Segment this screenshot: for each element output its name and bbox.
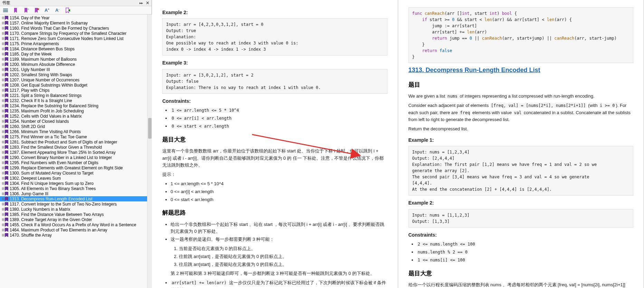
expand-icon[interactable]: ⊞	[1, 93, 5, 97]
expand-all-icon[interactable]	[3, 8, 8, 13]
bookmark-item[interactable]: ⊞1207. Unique Number of Occurrences	[0, 77, 152, 82]
expand-icon[interactable]: ⊞	[1, 88, 5, 92]
bookmark-item[interactable]: ⊞1254. Number of Closed Islands	[0, 119, 152, 124]
bookmark-item[interactable]: ⊞1221. Split a String in Balanced String…	[0, 93, 152, 98]
bookmark-item[interactable]: ⊞1464. Maximum Product of Two Elements i…	[0, 227, 152, 232]
expand-icon[interactable]: ⊞	[1, 150, 5, 154]
expand-icon[interactable]: ⊞	[1, 145, 5, 149]
bookmark-item[interactable]: ⊞1232. Check If It Is a Straight Line	[0, 98, 152, 103]
bookmark-item[interactable]: ⊞1202. Smallest String With Swaps	[0, 72, 152, 77]
expand-icon[interactable]: ⊞	[1, 166, 5, 170]
bookmark-item[interactable]: ⊞1470. Shuffle the Array	[0, 232, 152, 238]
bookmark-item[interactable]: ⊞1260. Shift 2D Grid	[0, 124, 152, 129]
bookmark-label: 1202. Smallest String With Swaps	[10, 72, 72, 77]
expand-icon[interactable]: ⊞	[1, 187, 5, 190]
bookmark-item[interactable]: ⊞1455. Check If a Word Occurs As a Prefi…	[0, 222, 152, 227]
bookmark-item[interactable]: ⊞1184. Distance Between Bus Stops	[0, 46, 152, 51]
bookmark-item[interactable]: ⊞1317. Convert Integer to the Sum of Two…	[0, 201, 152, 207]
expand-icon[interactable]: ⊞	[1, 119, 5, 123]
bookmark-item[interactable]: ⊞1266. Minimum Time Visiting All Points	[0, 129, 152, 134]
sidebar-close-icon[interactable]: ✕	[146, 0, 150, 6]
bookmark-item[interactable]: ⊞1300. Sum of Mutated Array Closest to T…	[0, 170, 152, 176]
bookmark-item[interactable]: ⊞1287. Element Appearing More Than 25% I…	[0, 150, 152, 155]
expand-icon[interactable]: ⊞	[1, 114, 5, 118]
bookmark-item[interactable]: ⊞1290. Convert Binary Number in a Linked…	[0, 155, 152, 160]
bookmark-item[interactable]: ⊞1299. Replace Elements with Greatest El…	[0, 165, 152, 170]
expand-icon[interactable]: ⊞	[1, 31, 5, 35]
expand-icon[interactable]: ⊞	[1, 26, 5, 30]
expand-icon[interactable]: ⊞	[1, 57, 5, 61]
expand-icon[interactable]: ⊞	[1, 140, 5, 144]
expand-icon[interactable]: ⊞	[1, 181, 5, 185]
expand-icon[interactable]: ⊞	[1, 52, 5, 56]
expand-icon[interactable]: ⊞	[1, 99, 5, 102]
new-bookmark-icon[interactable]: +	[23, 8, 29, 13]
bookmark-item[interactable]: ⊞1306. Jump Game III	[0, 191, 152, 196]
expand-icon[interactable]: ⊞	[1, 83, 5, 87]
expand-icon[interactable]: ⊞	[1, 78, 5, 82]
bookmark-item[interactable]: ⊞1302. Deepest Leaves Sum	[0, 176, 152, 181]
bookmark-tool-icon[interactable]	[13, 8, 19, 13]
goto-bookmark-icon[interactable]	[65, 8, 70, 13]
problem-link[interactable]: 1313. Decompress Run-Length Encoded List	[408, 65, 634, 75]
expand-icon[interactable]: ⊞	[1, 125, 5, 128]
bookmark-item[interactable]: ⊞1281. Subtract the Product and Sum of D…	[0, 139, 152, 145]
bookmark-item[interactable]: ⊞1275. Find Winner on a Tic Tac Toe Game	[0, 134, 152, 139]
sidebar-scrollbar-thumb[interactable]	[148, 118, 152, 139]
expand-icon[interactable]: ⊞	[1, 68, 5, 71]
expand-icon[interactable]: ⊞	[1, 47, 5, 51]
bookmark-item[interactable]: ⊞1201. Ugly Number III	[0, 67, 152, 72]
expand-icon[interactable]: ⊞	[1, 161, 5, 165]
font-decrease-icon[interactable]: A-	[55, 8, 60, 13]
expand-icon[interactable]: ⊞	[1, 62, 5, 66]
expand-icon[interactable]: ⊞	[1, 176, 5, 180]
expand-icon[interactable]: ⊞	[1, 16, 5, 20]
expand-icon[interactable]: ⊞	[1, 207, 5, 211]
bookmark-item[interactable]: ⊞1170. Compare Strings by Frequency of t…	[0, 31, 152, 36]
sidebar-collapse-icon[interactable]: ▸▸	[140, 1, 143, 5]
bookmark-item[interactable]: ⊞1208. Get Equal Substrings Within Budge…	[0, 82, 152, 88]
bookmark-item[interactable]: ⊞1154. Day of the Year	[0, 15, 152, 20]
expand-icon[interactable]: ⊞	[1, 109, 5, 113]
expand-icon[interactable]: ⊞	[1, 73, 5, 77]
bookmark-item[interactable]: ⊞1313. Decompress Run-Length Encoded Lis…	[0, 196, 152, 201]
bookmark-item[interactable]: ⊞1157. Online Majority Element In Subarr…	[0, 20, 152, 26]
expand-icon[interactable]: ⊞	[1, 228, 5, 232]
bookmark-item[interactable]: ⊞1189. Maximum Number of Balloons	[0, 57, 152, 62]
expand-icon[interactable]: ⊞	[1, 156, 5, 159]
delete-bookmark-icon[interactable]	[34, 8, 39, 13]
expand-icon[interactable]: ⊞	[1, 21, 5, 25]
expand-icon[interactable]: ⊞	[1, 202, 5, 206]
sidebar-scrollbar[interactable]	[147, 14, 152, 288]
font-increase-icon[interactable]: A+	[44, 8, 50, 13]
bookmark-item[interactable]: ⊞1305. All Elements in Two Binary Search…	[0, 186, 152, 191]
expand-icon[interactable]: ⊞	[1, 104, 5, 108]
expand-icon[interactable]: ⊞	[1, 192, 5, 196]
expand-icon[interactable]: ⊞	[1, 171, 5, 175]
expand-icon[interactable]: ⊞	[1, 42, 5, 46]
bookmark-list[interactable]: ⊞1154. Day of the Year⊞1157. Online Majo…	[0, 14, 152, 288]
bookmark-item[interactable]: ⊞1217. Play with Chips	[0, 88, 152, 93]
bookmark-item[interactable]: ⊞1175. Prime Arrangements	[0, 41, 152, 46]
expand-icon[interactable]: ⊞	[1, 233, 5, 237]
bookmark-item[interactable]: ⊞1304. Find N Unique Integers Sum up to …	[0, 181, 152, 186]
expand-icon[interactable]: ⊞	[1, 212, 5, 216]
bookmark-item[interactable]: ⊞1389. Create Target Array in the Given …	[0, 217, 152, 222]
bookmark-item[interactable]: ⊞1283. Find the Smallest Divisor Given a…	[0, 145, 152, 150]
expand-icon[interactable]: ⊞	[1, 197, 5, 201]
bookmark-item[interactable]: ⊞1200. Minimum Absolute Difference	[0, 62, 152, 67]
expand-icon[interactable]: ⊞	[1, 218, 5, 221]
bookmark-item[interactable]: ⊞1385. Find the Distance Value Between T…	[0, 212, 152, 217]
expand-icon[interactable]: ⊞	[1, 37, 5, 40]
bookmark-item[interactable]: ⊞1160. Find Words That Can Be Formed by …	[0, 26, 152, 31]
bookmark-item[interactable]: ⊞1171. Remove Zero Sum Consecutive Nodes…	[0, 36, 152, 41]
expand-icon[interactable]: ⊞	[1, 223, 5, 227]
bookmark-item[interactable]: ⊞1234. Replace the Substring for Balance…	[0, 103, 152, 108]
expand-icon[interactable]: ⊞	[1, 130, 5, 133]
bookmark-item[interactable]: ⊞1185. Day of the Week	[0, 51, 152, 57]
bookmark-item[interactable]: ⊞1235. Maximum Profit in Job Scheduling	[0, 108, 152, 113]
bookmark-item[interactable]: ⊞1252. Cells with Odd Values in a Matrix	[0, 113, 152, 119]
bookmark-item[interactable]: ⊞1295. Find Numbers with Even Number of …	[0, 160, 152, 165]
bookmark-item[interactable]: ⊞1380. Lucky Numbers in a Matrix	[0, 207, 152, 212]
expand-icon[interactable]: ⊞	[1, 135, 5, 139]
